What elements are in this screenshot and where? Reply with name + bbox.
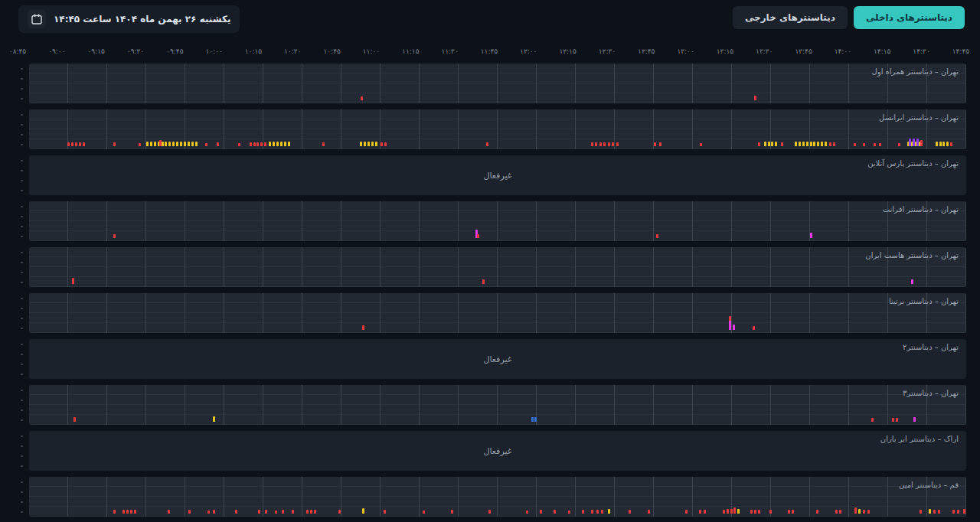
event-spike[interactable] — [659, 142, 662, 146]
event-spike[interactable] — [648, 510, 650, 514]
event-spike[interactable] — [113, 510, 116, 514]
event-spike[interactable] — [540, 510, 542, 514]
event-spike[interactable] — [825, 142, 827, 146]
event-spike[interactable] — [769, 510, 772, 514]
timeline-chart[interactable]: تهران – دیتاسنتر هاست ایران — [29, 247, 966, 287]
event-spike[interactable] — [821, 142, 823, 146]
event-spike[interactable] — [154, 142, 156, 146]
timeline-chart[interactable]: تهران – دیتاسنتر برتینا — [29, 293, 966, 333]
event-spike[interactable] — [816, 510, 818, 514]
event-spike[interactable] — [963, 509, 965, 514]
event-spike[interactable] — [79, 142, 81, 146]
event-spike[interactable] — [946, 142, 949, 146]
event-spike[interactable] — [892, 418, 894, 422]
event-spike[interactable] — [371, 142, 374, 146]
event-spike[interactable] — [306, 510, 309, 514]
event-spike[interactable] — [863, 143, 865, 146]
event-spike[interactable] — [288, 142, 290, 146]
event-spike[interactable] — [217, 142, 219, 146]
event-spike[interactable] — [810, 233, 812, 238]
event-spike[interactable] — [939, 142, 942, 146]
event-spike[interactable] — [813, 142, 815, 146]
event-spike[interactable] — [950, 142, 952, 146]
event-spike[interactable] — [608, 509, 610, 514]
event-spike[interactable] — [451, 510, 453, 514]
event-spike[interactable] — [74, 417, 76, 422]
event-spike[interactable] — [835, 510, 838, 514]
event-spike[interactable] — [338, 510, 341, 514]
event-spike[interactable] — [375, 142, 377, 146]
event-spike[interactable] — [113, 142, 116, 146]
event-spike[interactable] — [699, 510, 701, 514]
event-spike[interactable] — [839, 510, 841, 514]
event-spike[interactable] — [168, 142, 171, 146]
event-spike[interactable] — [276, 142, 279, 146]
timeline-chart[interactable]: تهران – دیتاسنتر۳ — [29, 385, 966, 425]
event-spike[interactable] — [871, 418, 874, 422]
event-spike[interactable] — [139, 143, 141, 146]
event-spike[interactable] — [534, 417, 537, 422]
event-spike[interactable] — [188, 510, 191, 514]
event-spike[interactable] — [207, 511, 210, 514]
event-spike[interactable] — [929, 509, 931, 514]
event-spike[interactable] — [591, 510, 593, 514]
event-spike[interactable] — [531, 417, 534, 422]
timeline-chart[interactable]: تهران – دیتاسنتر همراه اول — [29, 64, 966, 103]
event-spike[interactable] — [568, 511, 570, 514]
event-spike[interactable] — [942, 142, 945, 146]
date-display[interactable]: یکشنبه ۲۶ بهمن ماه ۱۴۰۴ ساعت ۱۴:۴۵ — [18, 5, 240, 33]
event-spike[interactable] — [591, 142, 593, 146]
event-spike[interactable] — [867, 510, 870, 514]
event-spike[interactable] — [362, 325, 364, 330]
event-spike[interactable] — [384, 510, 386, 514]
event-spike[interactable] — [704, 510, 706, 514]
event-spike[interactable] — [768, 142, 770, 146]
event-spike[interactable] — [188, 142, 190, 146]
event-spike[interactable] — [750, 510, 753, 514]
event-spike[interactable] — [213, 416, 215, 422]
event-spike[interactable] — [260, 142, 263, 146]
event-spike[interactable] — [608, 142, 610, 146]
timeline-chart[interactable]: قم – دیتاسنتر امین — [29, 477, 966, 517]
event-spike[interactable] — [256, 142, 259, 146]
event-spike[interactable] — [758, 510, 760, 514]
event-spike[interactable] — [423, 511, 425, 514]
event-spike[interactable] — [758, 142, 760, 146]
event-spike[interactable] — [854, 507, 857, 514]
timeline-chart[interactable]: تهران – دیتاسنتر افرانت — [29, 201, 966, 241]
event-spike[interactable] — [213, 510, 215, 514]
event-spike[interactable] — [788, 510, 790, 514]
event-spike[interactable] — [172, 142, 175, 146]
event-spike[interactable] — [896, 418, 898, 422]
event-spike[interactable] — [67, 142, 70, 146]
event-spike[interactable] — [656, 234, 658, 238]
event-spike[interactable] — [191, 142, 194, 146]
event-spike[interactable] — [737, 509, 740, 514]
event-spike[interactable] — [162, 142, 164, 146]
event-spike[interactable] — [235, 510, 237, 514]
event-spike[interactable] — [361, 96, 363, 100]
event-spike[interactable] — [879, 143, 881, 146]
event-spike[interactable] — [952, 510, 955, 514]
event-spike[interactable] — [957, 510, 959, 514]
event-spike[interactable] — [936, 142, 938, 146]
event-spike[interactable] — [913, 417, 916, 422]
event-spike[interactable] — [113, 234, 116, 238]
event-spike[interactable] — [134, 510, 136, 514]
event-spike[interactable] — [258, 510, 260, 514]
event-spike[interactable] — [482, 279, 485, 284]
event-spike[interactable] — [360, 142, 362, 146]
event-spike[interactable] — [595, 142, 597, 146]
event-spike[interactable] — [310, 510, 312, 514]
event-spike[interactable] — [282, 510, 284, 514]
event-spike[interactable] — [275, 511, 277, 514]
event-spike[interactable] — [83, 142, 85, 146]
event-spike[interactable] — [599, 142, 602, 146]
event-spike[interactable] — [913, 139, 915, 146]
event-spike[interactable] — [265, 510, 267, 514]
event-spike[interactable] — [75, 142, 77, 146]
event-spike[interactable] — [795, 142, 797, 146]
event-spike[interactable] — [616, 142, 619, 146]
event-spike[interactable] — [898, 143, 900, 146]
event-spike[interactable] — [858, 509, 861, 514]
